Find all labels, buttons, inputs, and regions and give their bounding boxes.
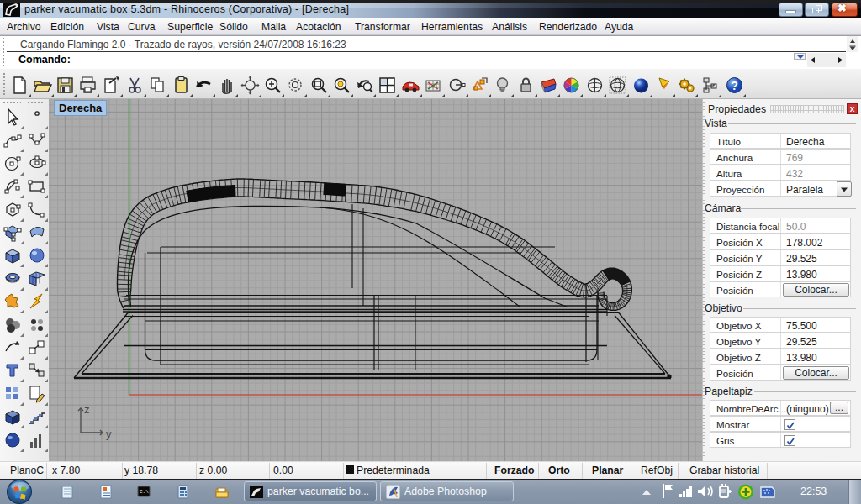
svg-text:y: y (106, 428, 112, 440)
svg-text:C:\: C:\ (140, 489, 149, 495)
svg-text:?: ? (731, 79, 738, 92)
svg-text:z: z (84, 403, 90, 416)
